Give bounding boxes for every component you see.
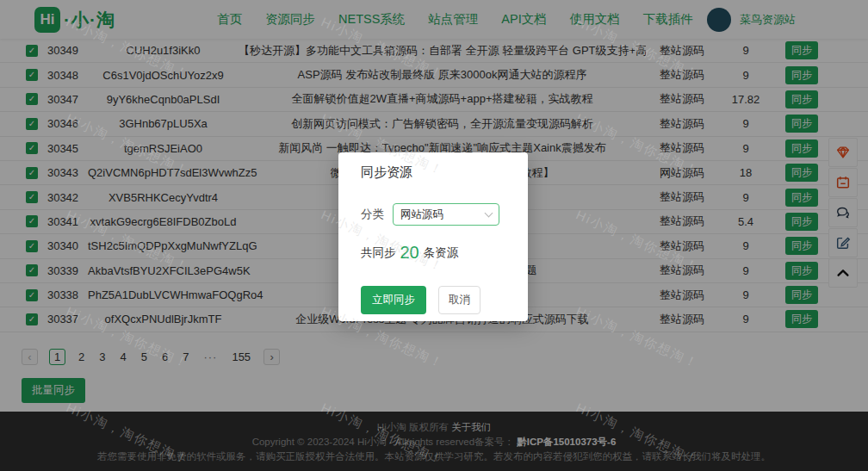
chevron-down-icon <box>485 208 493 217</box>
cancel-button[interactable]: 取消 <box>438 286 480 314</box>
modal-actions: 立即同步 取消 <box>361 286 505 314</box>
count-value: 20 <box>400 243 419 263</box>
category-select[interactable]: 网站源码 <box>393 203 499 226</box>
sync-resource-modal: 同步资源 分类 网站源码 共同步 20 条资源 立即同步 取消 <box>338 152 528 321</box>
count-suffix: 条资源 <box>424 245 459 261</box>
confirm-sync-button[interactable]: 立即同步 <box>361 286 426 314</box>
category-label: 分类 <box>361 207 384 222</box>
category-form-row: 分类 网站源码 <box>361 203 505 226</box>
count-prefix: 共同步 <box>361 245 396 261</box>
modal-title: 同步资源 <box>361 164 505 181</box>
sync-count-line: 共同步 20 条资源 <box>361 243 505 263</box>
category-selected-value: 网站源码 <box>400 208 486 222</box>
